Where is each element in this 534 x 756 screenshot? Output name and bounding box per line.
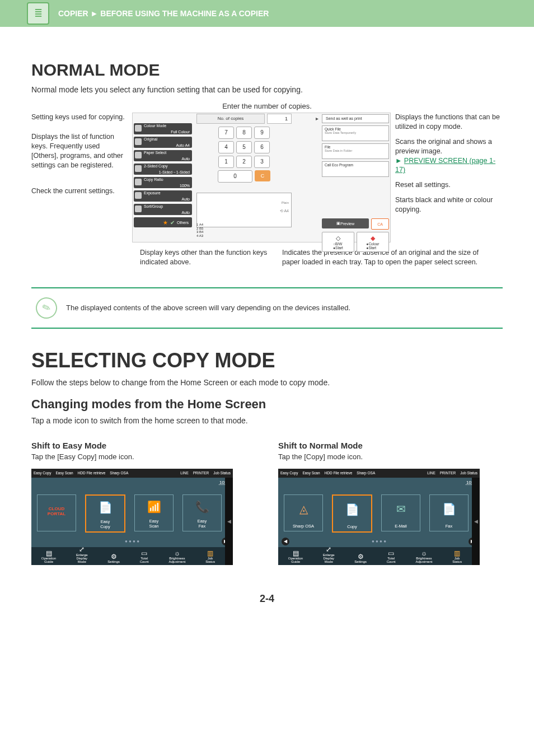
tray-a4: ⟲ A4 bbox=[280, 209, 289, 213]
hs-status: PRINTER bbox=[440, 471, 456, 475]
check-icon: ✔ bbox=[170, 220, 175, 226]
page-header: ≣ COPIER ► BEFORE USING THE MACHINE AS A… bbox=[0, 0, 534, 27]
prev-page-icon[interactable]: ◀ bbox=[282, 538, 289, 545]
star-icon: ★ bbox=[163, 220, 168, 226]
callout-reset: Reset all settings. bbox=[395, 180, 503, 190]
hs-bottom-enlarge-display-mode[interactable]: ⤢EnlargeDisplayMode bbox=[323, 546, 335, 563]
home-screen-normal: Easy CopyEasy ScanHDD File retrieveSharp… bbox=[278, 469, 480, 565]
hs-bottom-enlarge-display-mode[interactable]: ⤢EnlargeDisplayMode bbox=[76, 546, 88, 563]
note-text: The displayed contents of the above scre… bbox=[66, 304, 350, 312]
callout-setting-keys: Setting keys used for copying. bbox=[31, 113, 128, 122]
copies-caption: Enter the number of copies. bbox=[31, 102, 503, 110]
keypad-2[interactable]: 2 bbox=[236, 156, 252, 168]
diamond-icon: ◇ bbox=[336, 235, 340, 242]
breadcrumb: COPIER ► BEFORE USING THE MACHINE AS A C… bbox=[58, 9, 269, 18]
hs-bottom-brightness-adjustment[interactable]: ☼BrightnessAdjustment bbox=[415, 550, 432, 564]
speaker-icon[interactable]: ◀ bbox=[472, 478, 480, 565]
clear-all-button[interactable]: CA bbox=[371, 218, 389, 230]
hs-top-item[interactable]: Easy Scan bbox=[55, 471, 73, 475]
heading-shift-easy: Shift to Easy Mode bbox=[31, 441, 256, 450]
setting-icon bbox=[135, 138, 142, 145]
setting-icon bbox=[135, 179, 142, 185]
callout-check-settings: Check the current settings. bbox=[31, 186, 128, 196]
copies-label: No. of copies bbox=[196, 114, 265, 124]
hs-bottom-settings[interactable]: ⚙Settings bbox=[354, 553, 367, 564]
setting-row[interactable]: ExposureAuto bbox=[134, 190, 192, 202]
colour-start-button[interactable]: ◆ ●Colour●Start bbox=[357, 232, 389, 252]
keypad-1[interactable]: 1 bbox=[218, 156, 234, 168]
tile-easy-fax[interactable]: 📞EasyFax bbox=[182, 494, 222, 531]
hs-bottom-job-status[interactable]: ▥JobStatus bbox=[205, 550, 215, 564]
keypad-6[interactable]: 6 bbox=[254, 141, 270, 153]
actions-header[interactable]: ▸ Send as well as print bbox=[322, 114, 389, 123]
tile-easy-scan[interactable]: 📶EasyScan bbox=[134, 494, 174, 531]
keypad-8[interactable]: 8 bbox=[236, 127, 252, 139]
hs-bottom-total-count[interactable]: ▭TotalCount bbox=[387, 550, 396, 564]
hs-top-item[interactable]: Easy Scan bbox=[302, 471, 320, 475]
hs-status: PRINTER bbox=[193, 471, 209, 475]
action-item[interactable]: FileStore Data in Folder bbox=[322, 143, 389, 159]
setting-row[interactable]: Sort/GroupAuto bbox=[134, 204, 192, 215]
keypad-9[interactable]: 9 bbox=[254, 127, 270, 139]
expand-icon[interactable]: ▸ bbox=[316, 115, 318, 123]
lead-normal-mode: Normal mode lets you select any function… bbox=[31, 85, 503, 94]
hs-top-item[interactable]: HDD File retrieve bbox=[78, 471, 106, 475]
hs-top-item[interactable]: Easy Copy bbox=[280, 471, 298, 475]
setting-row[interactable]: 2-Sided Copy1-Sided→1-Sided bbox=[134, 164, 192, 175]
lead-shift-normal: Tap the [Copy] mode icon. bbox=[278, 452, 503, 461]
callout-preview: Scans the original and shows a preview i… bbox=[395, 137, 503, 175]
keypad-5[interactable]: 5 bbox=[236, 141, 252, 153]
hs-status: Job Status bbox=[213, 471, 231, 475]
callout-display-keys: Display keys other than the function key… bbox=[140, 248, 269, 267]
callout-start: Starts black and white or colour copying… bbox=[395, 195, 503, 214]
hs-top-item[interactable]: Sharp OSA bbox=[357, 471, 375, 475]
action-item[interactable]: Quick FileStore Data Temporarily bbox=[322, 125, 389, 141]
hs-top-item[interactable]: HDD File retrieve bbox=[325, 471, 353, 475]
diamond-icon: ◆ bbox=[371, 235, 375, 242]
setting-row[interactable]: OriginalAuto A4 bbox=[134, 137, 192, 148]
keypad-0[interactable]: 0 bbox=[218, 170, 252, 183]
heading-shift-normal: Shift to Normal Mode bbox=[278, 441, 503, 450]
hs-bottom-operation-guide[interactable]: ▤OperationGuide bbox=[41, 550, 56, 564]
speaker-icon[interactable]: ◀ bbox=[225, 478, 233, 565]
hs-status: Job Status bbox=[460, 471, 477, 475]
hs-top-item[interactable]: Easy Copy bbox=[34, 471, 51, 475]
breadcrumb-sep: ► bbox=[91, 9, 99, 18]
page-number: 2-4 bbox=[31, 593, 503, 605]
hs-page-dots: ● ● ● ●▶◀ bbox=[278, 539, 480, 544]
others-button[interactable]: ★✔Others bbox=[134, 217, 192, 227]
copies-value[interactable]: 1 bbox=[267, 114, 292, 124]
tile-easy-copy[interactable]: 📄EasyCopy bbox=[85, 494, 125, 533]
keypad-4[interactable]: 4 bbox=[218, 141, 234, 153]
keypad-clear[interactable]: C bbox=[255, 170, 270, 181]
setting-row[interactable]: Colour ModeFull Colour bbox=[134, 123, 192, 134]
heading-selecting: SELECTING COPY MODE bbox=[31, 349, 503, 372]
keypad-7[interactable]: 7 bbox=[218, 127, 234, 139]
callout-function-list: Displays the list of function keys. Freq… bbox=[31, 132, 128, 170]
setting-row[interactable]: Paper SelectAuto bbox=[134, 150, 192, 161]
bw-start-button[interactable]: ◇ ○B/W●Start bbox=[322, 232, 354, 252]
tile-copy[interactable]: 📄Copy bbox=[332, 494, 372, 533]
home-screen-easy: Easy CopyEasy ScanHDD File retrieveSharp… bbox=[31, 469, 233, 565]
hs-bottom-operation-guide[interactable]: ▤OperationGuide bbox=[288, 550, 303, 564]
tray-area[interactable]: Plain ⟲ A4 bbox=[196, 193, 292, 227]
hs-top-item[interactable]: Sharp OSA bbox=[110, 471, 128, 475]
hs-bottom-settings[interactable]: ⚙Settings bbox=[107, 553, 120, 564]
hs-bottom-brightness-adjustment[interactable]: ☼BrightnessAdjustment bbox=[168, 550, 185, 564]
tile-cloud-portal[interactable]: CLOUDPORTAL bbox=[37, 494, 76, 531]
hs-bottom-job-status[interactable]: ▥JobStatus bbox=[452, 550, 462, 564]
tile-fax[interactable]: 📄Fax bbox=[429, 494, 469, 531]
copier-section-icon: ≣ bbox=[27, 2, 49, 25]
hs-page-dots: ● ● ● ●▶ bbox=[31, 539, 233, 544]
heading-changing: Changing modes from the Home Screen bbox=[31, 397, 503, 412]
preview-screen-link[interactable]: PREVIEW SCREEN (page 1-17) bbox=[395, 157, 495, 174]
action-item[interactable]: Call Eco Program bbox=[322, 161, 389, 177]
tile-sharp-osa[interactable]: ◬Sharp OSA bbox=[284, 494, 323, 531]
hs-status: LINE bbox=[180, 471, 188, 475]
keypad-3[interactable]: 3 bbox=[254, 156, 270, 168]
preview-button[interactable]: ▣ Preview bbox=[322, 218, 369, 228]
setting-icon bbox=[135, 165, 142, 172]
setting-row[interactable]: Copy Ratio100% bbox=[134, 177, 192, 188]
hs-bottom-total-count[interactable]: ▭TotalCount bbox=[140, 550, 149, 564]
tile-e-mail[interactable]: ✉E-Mail bbox=[381, 494, 420, 531]
